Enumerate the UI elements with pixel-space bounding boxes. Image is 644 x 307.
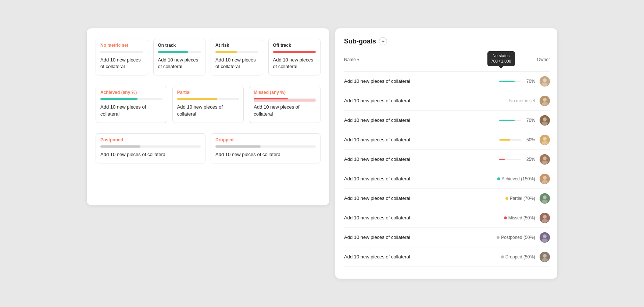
card-at-risk[interactable]: At risk Add 10 new pieces of collateral (211, 39, 263, 75)
svg-point-10 (543, 137, 547, 141)
subgoal-right-1: No metric set (484, 96, 550, 106)
status-dot-5 (497, 177, 500, 180)
subgoal-name-1: Add 10 new pieces of collateral (344, 98, 484, 103)
subgoal-name-4: Add 10 new pieces of collateral (344, 156, 484, 162)
subgoals-title: Sub-goals (344, 38, 376, 45)
progress-bar-no-metric (100, 51, 143, 53)
progress-bar-missed (254, 98, 316, 100)
card-goal-at-risk: Add 10 new pieces of collateral (215, 57, 258, 70)
svg-point-25 (543, 234, 547, 238)
status-dot-7 (504, 216, 507, 219)
status-label-wrap-5: Achieved (150%) (497, 176, 535, 181)
svg-point-17 (542, 180, 548, 184)
add-subgoal-button[interactable]: + (379, 37, 387, 45)
progress-bar-at-risk (215, 51, 258, 53)
subgoal-right-8: Postponed (50%) (484, 232, 550, 243)
subgoal-row[interactable]: Add 10 new pieces of collateralPartial (… (344, 189, 550, 208)
subgoal-row[interactable]: Add 10 new pieces of collateral70% (344, 111, 550, 130)
subgoal-name-0: Add 10 new pieces of collateral (344, 78, 484, 84)
progress-bar-off-track (273, 51, 316, 53)
status-dot-9 (501, 255, 504, 258)
subgoal-row[interactable]: Add 10 new pieces of collateral25% (344, 150, 550, 169)
subgoals-table-header: Name ▾ No status 700 / 1,000 Owner (344, 51, 550, 72)
avatar-5 (540, 174, 550, 184)
avatar-9 (540, 252, 550, 262)
card-achieved[interactable]: Achieved (any %) Add 10 new pieces of co… (96, 86, 167, 123)
avatar-4 (540, 154, 550, 165)
subgoals-header: Sub-goals + (344, 37, 550, 45)
mini-bar-track-4 (499, 159, 521, 160)
status-label-on-track: On track (158, 43, 201, 48)
progress-fill-partial (177, 98, 218, 100)
card-goal-partial: Add 10 new pieces of collateral (177, 104, 239, 117)
card-postponed[interactable]: Postponed Add 10 new pieces of collatera… (96, 133, 205, 163)
subgoal-row[interactable]: Add 10 new pieces of collateral70% (344, 72, 550, 91)
status-label-wrap-7: Missed (50%) (504, 215, 535, 220)
avatar-7 (540, 213, 550, 223)
subgoal-row[interactable]: Add 10 new pieces of collateralNo metric… (344, 91, 550, 111)
subgoal-row[interactable]: Add 10 new pieces of collateralMissed (5… (344, 208, 550, 228)
svg-point-23 (542, 219, 548, 223)
card-row-2: Achieved (any %) Add 10 new pieces of co… (96, 86, 321, 123)
status-label-no-metric: No metric set (100, 43, 143, 48)
progress-fill-off-track (273, 51, 316, 53)
progress-bar-achieved (100, 98, 162, 100)
progress-bar-partial (177, 98, 239, 100)
card-goal-off-track: Add 10 new pieces of collateral (273, 57, 316, 70)
subgoal-right-2: 70% (484, 115, 550, 126)
card-goal-no-metric: Add 10 new pieces of collateral (100, 57, 143, 70)
card-partial[interactable]: Partial Add 10 new pieces of collateral (172, 86, 244, 123)
avatar-6 (540, 193, 550, 204)
subgoal-right-3: 50% (484, 135, 550, 145)
subgoal-row[interactable]: Add 10 new pieces of collateralDropped (… (344, 247, 550, 267)
pct-text-0: 70% (523, 79, 535, 84)
avatar-8 (540, 232, 550, 243)
svg-point-22 (543, 215, 547, 219)
status-text-8: Postponed (50%) (501, 235, 535, 240)
status-dot-8 (497, 236, 500, 239)
svg-point-1 (543, 78, 547, 82)
left-panel: No metric set Add 10 new pieces of colla… (87, 28, 329, 205)
avatar-0 (540, 76, 550, 87)
status-text-6: Partial (70%) (510, 196, 535, 201)
status-label-dropped: Dropped (215, 137, 316, 142)
svg-point-19 (543, 195, 547, 199)
subgoal-right-4: 25% (484, 154, 550, 165)
subgoal-rows-container: Add 10 new pieces of collateral70%Add 10… (344, 72, 550, 267)
progress-bar-on-track (158, 51, 201, 53)
svg-point-16 (543, 176, 547, 180)
subgoal-row[interactable]: Add 10 new pieces of collateralPostponed… (344, 228, 550, 247)
svg-point-13 (543, 156, 547, 160)
svg-point-29 (542, 258, 548, 262)
header-right: No status 700 / 1,000 Owner (487, 51, 550, 68)
chevron-down-icon: ▾ (357, 58, 359, 62)
progress-fill-dropped (215, 145, 261, 148)
column-header-name[interactable]: Name ▾ (344, 57, 359, 62)
subgoal-right-6: Partial (70%) (484, 193, 550, 204)
svg-point-14 (542, 160, 548, 164)
subgoal-name-6: Add 10 new pieces of collateral (344, 195, 484, 201)
mini-progress-4: 25% (499, 157, 535, 162)
card-no-metric[interactable]: No metric set Add 10 new pieces of colla… (96, 39, 148, 75)
status-label-wrap-9: Dropped (50%) (501, 254, 535, 260)
subgoal-row[interactable]: Add 10 new pieces of collateralAchieved … (344, 169, 550, 189)
subgoal-right-7: Missed (50%) (484, 213, 550, 223)
card-row-3: Postponed Add 10 new pieces of collatera… (96, 133, 321, 163)
no-metric-text-1: No metric set (509, 98, 535, 103)
svg-point-20 (542, 200, 548, 203)
card-dropped[interactable]: Dropped Add 10 new pieces of collateral (211, 133, 321, 163)
progress-fill-at-risk (215, 51, 237, 53)
status-text-7: Missed (50%) (508, 215, 535, 220)
mini-bar-fill-3 (499, 139, 510, 141)
status-label-postponed: Postponed (100, 137, 201, 142)
card-on-track[interactable]: On track Add 10 new pieces of collateral (153, 39, 206, 75)
mini-progress-3: 50% (499, 137, 535, 142)
pct-text-3: 50% (523, 137, 535, 142)
subgoal-right-0: 70% (484, 76, 550, 87)
subgoal-row[interactable]: Add 10 new pieces of collateral50% (344, 130, 550, 150)
card-off-track[interactable]: Off track Add 10 new pieces of collatera… (268, 39, 321, 75)
svg-point-5 (542, 102, 548, 106)
tooltip-wrapper: No status 700 / 1,000 (487, 51, 515, 68)
card-missed[interactable]: Missed (any %) Add 10 new pieces of coll… (249, 86, 321, 123)
progress-fill-achieved (100, 98, 137, 100)
